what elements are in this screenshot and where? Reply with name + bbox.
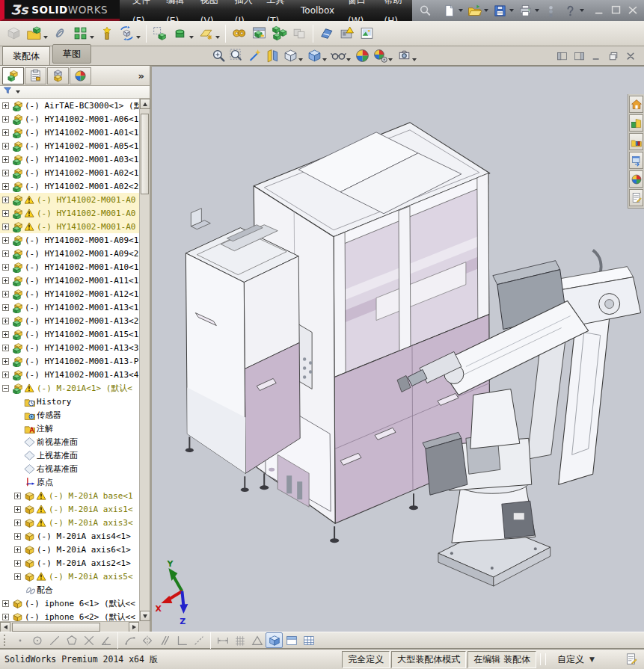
assemblyxpert-button[interactable] (337, 23, 357, 43)
expander-toggle[interactable] (2, 372, 9, 378)
scroll-up-button[interactable] (140, 99, 150, 109)
tree-item[interactable]: (-) iphone 6<2> (默认<< (0, 610, 139, 621)
view-orientation-button[interactable] (281, 47, 299, 64)
tree-item[interactable]: (-) M-20iA axis3< (0, 516, 139, 529)
tree-item[interactable]: (-) M-20iA axis4<1> (0, 529, 139, 543)
hide-show-items-button[interactable] (329, 47, 347, 64)
expander-toggle[interactable] (2, 318, 9, 324)
tree-item[interactable]: (-) HY141002-M001-A05<1 (0, 139, 139, 152)
maximize-button[interactable] (608, 3, 625, 18)
expander-toggle[interactable] (14, 493, 21, 499)
dropdown-caret-icon[interactable] (298, 58, 303, 61)
tree-item[interactable]: (-) HY141002-M001-A02<1 (0, 166, 139, 179)
horizontal-scroll-thumb[interactable] (12, 623, 100, 632)
tree-item[interactable]: 右视基准面 (0, 462, 139, 475)
dropdown-caret-icon[interactable] (43, 36, 48, 39)
status-customize[interactable]: 自定义 ▼ (548, 653, 604, 666)
expander-toggle[interactable] (2, 156, 9, 163)
expander-toggle[interactable] (14, 560, 21, 567)
dropdown-caret-icon[interactable] (535, 9, 539, 12)
vertical-scroll-thumb[interactable] (141, 114, 149, 194)
expander-toggle[interactable] (2, 183, 9, 190)
view-settings-button[interactable] (371, 47, 389, 64)
mirror-button[interactable] (138, 632, 156, 648)
expander-toggle[interactable] (2, 358, 9, 365)
dropdown-caret-icon[interactable] (509, 9, 514, 12)
expander-toggle[interactable] (2, 170, 9, 176)
tree-item[interactable]: (-) HY141002-M001-A0 (0, 206, 139, 220)
tree-filter-row[interactable] (0, 86, 150, 99)
expander-toggle[interactable] (2, 277, 9, 284)
dropdown-caret-icon[interactable] (215, 36, 220, 39)
expander-toggle[interactable] (2, 600, 9, 607)
exploded-view-button[interactable] (269, 23, 289, 43)
polygon-button[interactable] (63, 632, 80, 648)
construction-button[interactable] (190, 632, 207, 648)
status-pencil-icon[interactable] (623, 652, 640, 667)
expander-toggle[interactable] (2, 331, 9, 338)
tree-item[interactable]: (-) HY141002-M001-A0 (0, 193, 139, 206)
dropdown-caret-icon[interactable] (412, 58, 417, 61)
tree-item[interactable]: 注解 (0, 422, 139, 435)
assembly-visualization-button[interactable] (249, 23, 269, 43)
mate-button[interactable] (50, 23, 70, 43)
tree-vertical-scrollbar[interactable] (139, 99, 150, 621)
dropdown-caret-icon[interactable] (189, 36, 194, 39)
triangle-button[interactable] (248, 632, 266, 648)
panel-tab-property-manager[interactable] (25, 67, 46, 84)
tree-item[interactable]: (-) M-20iA axis1< (0, 502, 139, 516)
tree-item[interactable]: 配合 (0, 583, 139, 596)
tree-item[interactable]: (-) HY141002-M001-A10<1 (0, 260, 139, 274)
new-document-button[interactable] (440, 1, 458, 19)
line-button[interactable] (46, 632, 63, 648)
tree-item[interactable]: 前视基准面 (0, 435, 139, 448)
tree-item[interactable]: (-) HY141002-M001-A0 (0, 220, 139, 233)
corner-button[interactable] (173, 632, 190, 648)
tree-item[interactable]: (-) HY141002-M001-A13-P (0, 354, 139, 368)
scroll-left-button[interactable] (0, 622, 10, 632)
dropdown-caret-icon[interactable] (322, 58, 327, 61)
display-style-button[interactable] (305, 47, 323, 64)
expander-toggle[interactable] (14, 520, 21, 526)
save-document-button[interactable] (491, 1, 509, 19)
expander-toggle[interactable] (2, 385, 9, 392)
tab-sketch[interactable]: 草图 (52, 44, 91, 64)
open-document-button[interactable] (465, 1, 483, 19)
pane-right-button[interactable] (571, 50, 586, 63)
doc-restore-button[interactable] (606, 50, 621, 63)
component-pattern-button[interactable] (70, 23, 91, 43)
help-button[interactable] (561, 1, 579, 19)
expander-toggle[interactable] (2, 237, 9, 244)
expander-toggle[interactable] (2, 291, 9, 297)
task-home-button[interactable] (629, 96, 643, 113)
tree-item[interactable]: (-) HY141002-M001-A12<1 (0, 287, 139, 300)
point-button[interactable] (11, 632, 28, 648)
reference-geometry-button[interactable] (196, 23, 216, 43)
expander-toggle[interactable] (2, 264, 9, 271)
close-button[interactable] (625, 3, 641, 18)
tree-item[interactable]: (-) AirTAE-BC3000<1> (默 (0, 99, 139, 112)
tree-item[interactable]: (-) HY141002-M001-A06<1 (0, 112, 139, 126)
tree-item[interactable]: (-) M-20iA axis6<1> (0, 543, 139, 556)
camera-views-button[interactable] (395, 47, 413, 64)
custom-properties-button[interactable] (629, 189, 643, 206)
tree-item[interactable]: (-) HY141002-M001-A09<2 (0, 247, 139, 260)
menu-5[interactable]: Toolbox (294, 0, 341, 21)
zoom-to-area-button[interactable] (227, 47, 245, 64)
dropdown-caret-icon[interactable] (388, 58, 393, 61)
section-view-button[interactable] (263, 47, 281, 64)
angle-button[interactable] (97, 632, 114, 648)
graphics-viewport[interactable]: Y X Z (152, 66, 644, 632)
zoom-to-fit-button[interactable] (209, 47, 227, 64)
toolbar-grip[interactable] (4, 635, 7, 646)
dropdown-caret-icon[interactable] (136, 36, 141, 39)
move-component-button[interactable] (117, 23, 137, 43)
table-view-button[interactable] (300, 632, 317, 648)
tab-assembly[interactable]: 装配体 (2, 46, 50, 65)
search-icon[interactable] (415, 1, 435, 19)
tree-item[interactable]: 传感器 (0, 408, 139, 422)
expander-toggle[interactable] (2, 102, 9, 109)
trim-button[interactable] (80, 632, 97, 648)
pane-left-button[interactable] (554, 50, 569, 63)
tree-item[interactable]: (-) HY141002-M001-A13<2 (0, 314, 139, 327)
